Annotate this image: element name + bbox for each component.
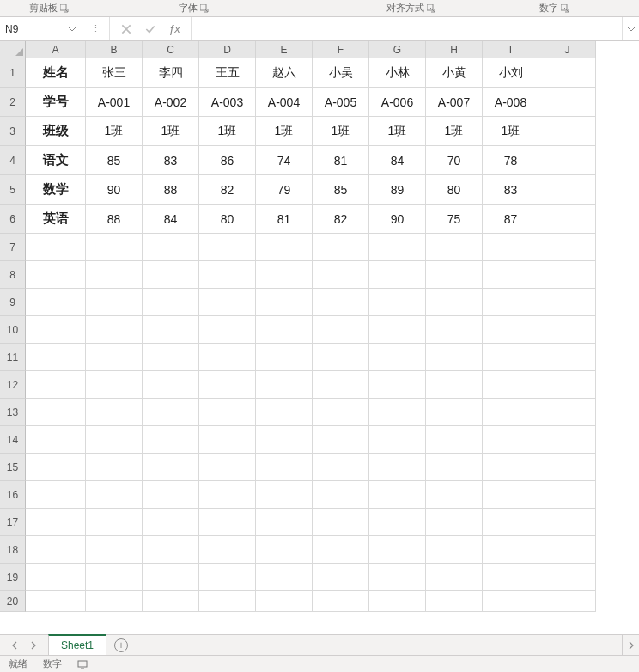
cell-J18[interactable] [539,536,596,564]
insert-function-icon[interactable]: ƒx [168,23,180,35]
row-header-3[interactable]: 3 [0,117,26,146]
cell-J6[interactable] [539,205,596,234]
cell-E15[interactable] [256,454,313,481]
cell-B5[interactable]: 90 [86,175,143,205]
cell-F5[interactable]: 85 [313,175,369,205]
cell-F8[interactable] [313,261,369,289]
cell-F10[interactable] [313,316,369,344]
cell-E16[interactable] [256,481,313,509]
cell-C14[interactable] [143,426,199,454]
cell-C3[interactable]: 1班 [143,117,199,146]
cell-D12[interactable] [199,371,256,399]
cell-I8[interactable] [483,261,539,289]
cell-D13[interactable] [199,399,256,426]
row-header-1[interactable]: 1 [0,58,26,88]
dialog-launcher-icon[interactable] [200,4,209,13]
cell-G6[interactable]: 90 [369,205,426,234]
cell-H4[interactable]: 70 [426,146,483,175]
cell-A19[interactable] [26,564,86,591]
cell-C5[interactable]: 88 [143,175,199,205]
cell-D5[interactable]: 82 [199,175,256,205]
cell-B11[interactable] [86,344,143,371]
row-header-8[interactable]: 8 [0,261,26,289]
cell-I20[interactable] [483,591,539,612]
cell-J11[interactable] [539,344,596,371]
cell-A16[interactable] [26,481,86,509]
cell-D14[interactable] [199,426,256,454]
cell-H8[interactable] [426,261,483,289]
cell-I4[interactable]: 78 [483,146,539,175]
cell-G12[interactable] [369,371,426,399]
cell-C9[interactable] [143,289,199,316]
cell-C10[interactable] [143,316,199,344]
cell-F4[interactable]: 81 [313,146,369,175]
cell-H6[interactable]: 75 [426,205,483,234]
cell-D17[interactable] [199,509,256,536]
cell-J14[interactable] [539,426,596,454]
cell-H14[interactable] [426,426,483,454]
cell-F20[interactable] [313,591,369,612]
column-header-A[interactable]: A [26,41,86,58]
cell-F19[interactable] [313,564,369,591]
cell-C17[interactable] [143,509,199,536]
cancel-icon[interactable] [120,23,132,35]
cell-E19[interactable] [256,564,313,591]
cell-I2[interactable]: A-008 [483,88,539,117]
cell-I13[interactable] [483,399,539,426]
dialog-launcher-icon[interactable] [427,4,435,13]
cell-D1[interactable]: 王五 [199,58,256,88]
column-header-B[interactable]: B [86,41,143,58]
cell-B7[interactable] [86,234,143,261]
cell-I5[interactable]: 83 [483,175,539,205]
cell-D3[interactable]: 1班 [199,117,256,146]
cell-D4[interactable]: 86 [199,146,256,175]
cell-D9[interactable] [199,289,256,316]
cell-H1[interactable]: 小黄 [426,58,483,88]
cell-A2[interactable]: 学号 [26,88,86,117]
tab-scroll-right-icon[interactable] [29,641,38,650]
cell-E10[interactable] [256,316,313,344]
cell-G18[interactable] [369,536,426,564]
cell-G10[interactable] [369,316,426,344]
cell-C15[interactable] [143,454,199,481]
cell-E1[interactable]: 赵六 [256,58,313,88]
column-header-H[interactable]: H [426,41,483,58]
cell-H13[interactable] [426,399,483,426]
cell-E14[interactable] [256,426,313,454]
cell-E4[interactable]: 74 [256,146,313,175]
cell-I1[interactable]: 小刘 [483,58,539,88]
cell-C2[interactable]: A-002 [143,88,199,117]
cell-J5[interactable] [539,175,596,205]
cell-E17[interactable] [256,509,313,536]
row-header-13[interactable]: 13 [0,399,26,426]
cell-J7[interactable] [539,234,596,261]
new-sheet-button[interactable]: + [106,635,136,655]
column-header-I[interactable]: I [483,41,539,58]
cell-E13[interactable] [256,399,313,426]
cell-A9[interactable] [26,289,86,316]
cell-area[interactable]: 姓名张三李四王五赵六小吴小林小黄小刘学号A-001A-002A-003A-004… [26,58,596,612]
cell-F1[interactable]: 小吴 [313,58,369,88]
cell-C13[interactable] [143,399,199,426]
cell-I3[interactable]: 1班 [483,117,539,146]
cell-J1[interactable] [539,58,596,88]
cell-F6[interactable]: 82 [313,205,369,234]
enter-icon[interactable] [144,23,156,35]
cell-H16[interactable] [426,481,483,509]
cell-I18[interactable] [483,536,539,564]
cell-A6[interactable]: 英语 [26,205,86,234]
cell-C16[interactable] [143,481,199,509]
cell-G5[interactable]: 89 [369,175,426,205]
select-all-corner[interactable] [0,41,26,58]
formula-input[interactable] [191,17,622,40]
cell-I14[interactable] [483,426,539,454]
cell-I12[interactable] [483,371,539,399]
cell-H10[interactable] [426,316,483,344]
cell-F11[interactable] [313,344,369,371]
dialog-launcher-icon[interactable] [561,4,569,13]
cell-H12[interactable] [426,371,483,399]
name-box[interactable]: N9 [0,17,82,40]
cell-J10[interactable] [539,316,596,344]
cell-E3[interactable]: 1班 [256,117,313,146]
cell-A12[interactable] [26,371,86,399]
